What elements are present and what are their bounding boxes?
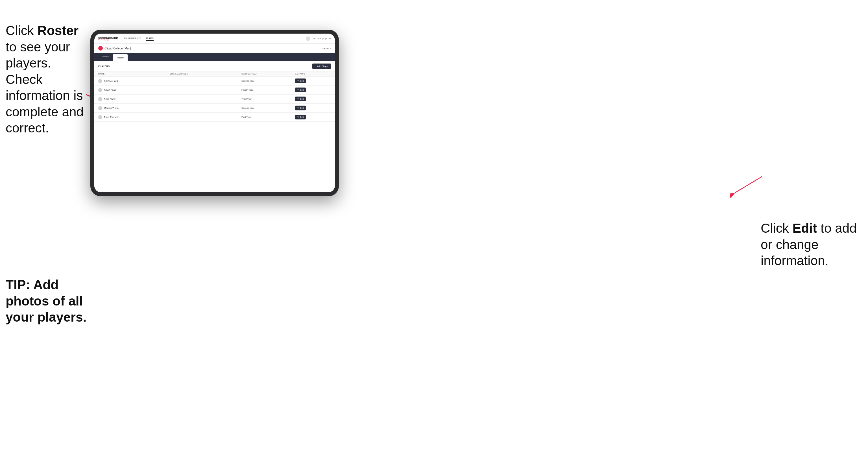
player-year: Fourth Year (241, 89, 295, 91)
tab-details[interactable]: Details (98, 53, 113, 61)
tablet-screen: SCOREBOARD Powered by clippi TOURNAMENTS… (94, 34, 335, 192)
edit-button[interactable]: ✎ Edit (295, 105, 306, 111)
player-avatar (98, 106, 102, 110)
player-year: First Year (241, 116, 295, 118)
main-nav: TOURNAMENTS TEAMS (124, 36, 306, 41)
player-name-cell: David Ford (98, 88, 170, 92)
player-name: Elliot Ebert (104, 98, 116, 100)
brand-sub: Powered by clippi (98, 39, 118, 41)
player-year: Third Year (241, 98, 295, 100)
main-content: C Clippd College (Men) Cancel × Details … (94, 44, 335, 192)
user-avatar (306, 36, 310, 41)
edit-keyword: Edit (792, 221, 817, 236)
player-avatar (98, 88, 102, 92)
player-name-cell: Marcus Turner (98, 106, 170, 110)
tabs-bar: Details Roster (94, 53, 335, 61)
right-instruction: Click Edit to add or change information. (761, 220, 862, 269)
table-row: Elliot Ebert Third Year ✎ Edit (94, 95, 335, 104)
tab-roster[interactable]: Roster (113, 54, 128, 61)
table-header: NAME EMAIL ADDRESS SCHOOL YEAR ACTIONS (94, 71, 335, 76)
player-year: Second Year (241, 80, 295, 82)
edit-button[interactable]: ✎ Edit (295, 79, 306, 83)
table-row: Piers Parnell First Year ✎ Edit (94, 113, 335, 122)
table-row: David Ford Fourth Year ✎ Edit (94, 86, 335, 95)
player-avatar (98, 115, 102, 119)
player-name-cell: Elliot Ebert (98, 97, 170, 101)
player-name-cell: Piers Parnell (98, 115, 170, 119)
tip-instruction: TIP: Add photos of all your players. (6, 277, 93, 325)
edit-button[interactable]: ✎ Edit (295, 88, 306, 92)
col-year: SCHOOL YEAR (241, 73, 295, 75)
player-avatar (98, 97, 102, 101)
col-actions: ACTIONS (295, 73, 331, 75)
table-row: Marcus Turner Second Year ✎ Edit (94, 104, 335, 113)
team-title: C Clippd College (Men) (98, 46, 131, 51)
team-name: Clippd College (Men) (104, 47, 131, 50)
player-name: Blair McHarg (104, 80, 118, 83)
roster-keyword: Roster (37, 23, 79, 38)
user-label: Test User | Sign out (313, 37, 331, 40)
player-year: Second Year (241, 107, 295, 109)
player-name-cell: Blair McHarg (98, 79, 170, 83)
player-name: Piers Parnell (104, 116, 118, 119)
table-row: Blair McHarg Second Year ✎ Edit (94, 76, 335, 86)
players-header: PLAYERS + Add Player (94, 61, 335, 71)
left-instruction: Click Roster to see your players. Check … (6, 23, 88, 136)
brand-logo: SCOREBOARD Powered by clippi (98, 37, 118, 41)
edit-button[interactable]: ✎ Edit (295, 97, 306, 101)
right-arrow (730, 175, 764, 198)
team-logo: C (98, 46, 103, 51)
user-info: Test User | Sign out (306, 36, 331, 41)
navbar: SCOREBOARD Powered by clippi TOURNAMENTS… (94, 34, 335, 44)
cancel-button[interactable]: Cancel × (322, 47, 331, 50)
tablet-device: SCOREBOARD Powered by clippi TOURNAMENTS… (90, 30, 339, 196)
players-table: Blair McHarg Second Year ✎ Edit David Fo… (94, 76, 335, 192)
team-header: C Clippd College (Men) Cancel × (94, 44, 335, 53)
col-name: NAME (98, 73, 170, 75)
players-section: PLAYERS + Add Player NAME EMAIL ADDRESS … (94, 61, 335, 192)
nav-teams[interactable]: TEAMS (146, 36, 154, 41)
add-player-button[interactable]: + Add Player (312, 64, 331, 69)
player-name: Marcus Turner (104, 107, 119, 110)
col-email: EMAIL ADDRESS (170, 73, 242, 75)
svg-line-3 (735, 177, 762, 192)
nav-tournaments[interactable]: TOURNAMENTS (124, 36, 141, 41)
player-avatar (98, 79, 102, 83)
players-label: PLAYERS (98, 65, 110, 67)
player-name: David Ford (104, 89, 116, 92)
edit-button[interactable]: ✎ Edit (295, 115, 306, 119)
